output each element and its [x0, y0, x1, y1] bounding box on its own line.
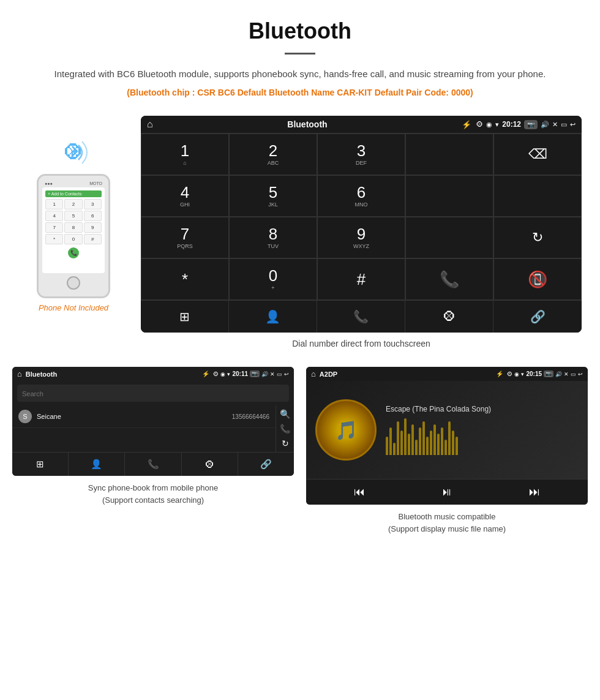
dial-status-right: ⭙ ◉ ▾ 20:12 📷 🔊 ✕ ▭ ↩ [476, 120, 576, 129]
ms-visualizer [386, 418, 579, 455]
pb-vol-icon: 🔊 [261, 371, 268, 377]
pb-bt-icon: ⭙ [213, 371, 219, 377]
phone-key-3: 3 [84, 199, 102, 209]
phone-key-4: 4 [45, 211, 63, 221]
keypad-9[interactable]: 9 WXYZ [317, 217, 405, 258]
phone-home-button [67, 276, 80, 290]
key-alpha-0: + [271, 285, 274, 291]
ms-camera-button[interactable]: 📷 [544, 371, 553, 377]
visualizer-bar [411, 424, 414, 455]
key-num-3: 3 [357, 143, 366, 159]
dial-usb-icon: ⚡ [462, 120, 471, 129]
dial-bt-icon: ⭙ [476, 121, 483, 128]
key-num-hash: # [357, 271, 366, 287]
phone-screen-header: + Add to Contacts [45, 190, 102, 197]
pb-system-icons: 🔊 ✕ ▭ ↩ [261, 371, 289, 377]
ms-caption-line2: (Support display music file name) [388, 524, 506, 533]
keypad-star[interactable]: * [141, 258, 229, 300]
pb-search-input[interactable] [22, 390, 284, 397]
ms-vol-icon: 🔊 [555, 371, 562, 377]
keypad-5[interactable]: 5 JKL [229, 175, 317, 217]
visualizer-bar [452, 431, 454, 455]
page-title: Bluetooth [37, 18, 563, 44]
dial-home-icon: ⌂ [147, 119, 153, 130]
pb-nav-link[interactable]: 🔗 [238, 453, 294, 476]
ms-usb-icon: ⚡ [496, 371, 503, 377]
keypad-call-green[interactable]: 📞 [405, 258, 493, 300]
pb-phone-side-icon[interactable]: 📞 [280, 424, 290, 434]
ms-time: 20:15 [526, 371, 542, 377]
pb-nav-keypad[interactable]: ⊞ [12, 453, 69, 476]
key-num-star: * [182, 271, 188, 287]
keypad-1[interactable]: 1 ⌂ [141, 134, 229, 175]
pb-nav-call[interactable]: 📞 [125, 453, 181, 476]
ms-caption-line1: Bluetooth music compatible [399, 512, 496, 521]
header-specs: (Bluetooth chip : CSR BC6 Default Blueto… [37, 88, 563, 97]
keypad-2[interactable]: 2 ABC [229, 134, 317, 175]
ms-play-pause-button[interactable]: ⏯ [441, 486, 452, 499]
ms-song-title: Escape (The Pina Colada Song) [386, 405, 579, 413]
keypad-empty-1 [405, 134, 493, 175]
nav-link[interactable]: 🔗 [493, 301, 582, 333]
pb-nav-contacts-active[interactable]: 👤 [69, 453, 125, 476]
keypad-8[interactable]: 8 TUV [229, 217, 317, 258]
keypad-6[interactable]: 6 MNO [317, 175, 405, 217]
keypad-0[interactable]: 0 + [229, 258, 317, 300]
ms-prev-button[interactable]: ⏮ [354, 486, 365, 499]
visualizer-bar [386, 437, 388, 455]
keypad-empty-3 [493, 175, 582, 217]
dial-screen-container: ⌂ Bluetooth ⚡ ⭙ ◉ ▾ 20:12 📷 🔊 ✕ ▭ ↩ [141, 116, 582, 348]
pb-camera-button[interactable]: 📷 [250, 371, 260, 377]
phone-key-star: * [45, 234, 63, 244]
key-alpha-3: DEF [356, 160, 367, 166]
dial-back-icon: ↩ [570, 121, 576, 129]
pb-contact-name: Seicane [37, 413, 232, 420]
keypad-4[interactable]: 4 GHI [141, 175, 229, 217]
keypad-call-red[interactable]: 📵 [493, 258, 582, 300]
refresh-icon: ↻ [532, 230, 543, 246]
phone-key-6: 6 [84, 211, 102, 221]
visualizer-bar [397, 421, 399, 455]
pb-caption: Sync phone-book from mobile phone (Suppo… [12, 482, 294, 506]
pb-contact-avatar: S [18, 410, 32, 423]
phone-call-button: 📞 [68, 247, 79, 258]
ms-scr-icon: ▭ [571, 371, 576, 377]
pb-search-side-icon[interactable]: 🔍 [280, 409, 290, 419]
keypad-3[interactable]: 3 DEF [317, 134, 405, 175]
phone-key-7: 7 [45, 222, 63, 233]
ms-system-icons: 🔊 ✕ ▭ ↩ [555, 371, 583, 377]
pb-contact-row[interactable]: S Seicane 13566664466 [12, 405, 276, 428]
visualizer-bar [422, 421, 425, 455]
ms-next-button[interactable]: ⏭ [529, 486, 540, 499]
pb-time: 20:11 [232, 371, 248, 377]
keypad-refresh[interactable]: ↻ [493, 217, 582, 258]
ms-album-art: 🎵 [315, 399, 377, 461]
pb-caption-line2: (Support contacts searching) [102, 495, 204, 505]
nav-contacts[interactable]: 👤 [229, 301, 317, 333]
dial-camera-button[interactable]: 📷 [524, 120, 538, 129]
pb-refresh-side-icon[interactable]: ↻ [282, 438, 289, 448]
ms-wifi-icon: ▾ [521, 371, 524, 377]
ms-loc-icon: ◉ [514, 371, 519, 377]
pb-loc-icon: ◉ [220, 371, 225, 377]
keypad-7[interactable]: 7 PQRS [141, 217, 229, 258]
nav-bluetooth[interactable]: ⭙ [405, 301, 493, 333]
phone-key-1: 1 [45, 199, 63, 209]
phone-keypad: 1 2 3 4 5 6 7 8 9 * 0 # [45, 199, 102, 244]
ms-status-right: ⭙ ◉ ▾ 20:15 📷 🔊 ✕ ▭ ↩ [507, 371, 583, 377]
keypad-hash[interactable]: # [317, 258, 405, 300]
visualizer-bar [400, 431, 403, 455]
pb-content-area: S Seicane 13566664466 🔍 📞 ↻ [12, 405, 294, 452]
phonebook-panel: ⌂ Bluetooth ⚡ ⭙ ◉ ▾ 20:11 📷 🔊 ✕ ▭ ↩ [12, 367, 294, 535]
pb-search-bar[interactable] [17, 385, 289, 402]
header-description: Integrated with BC6 Bluetooth module, su… [37, 67, 563, 81]
keypad-backspace[interactable]: ⌫ [493, 134, 582, 175]
nav-keypad[interactable]: ⊞ [141, 301, 229, 333]
ms-bt-icon: ⭙ [507, 371, 512, 377]
pb-nav-bluetooth[interactable]: ⭙ [182, 453, 238, 476]
key-alpha-4: GHI [180, 201, 190, 208]
key-num-5: 5 [269, 184, 277, 200]
key-num-0: 0 [269, 268, 277, 284]
nav-call[interactable]: 📞 [317, 301, 405, 333]
ms-music-note-icon: 🎵 [335, 420, 358, 441]
